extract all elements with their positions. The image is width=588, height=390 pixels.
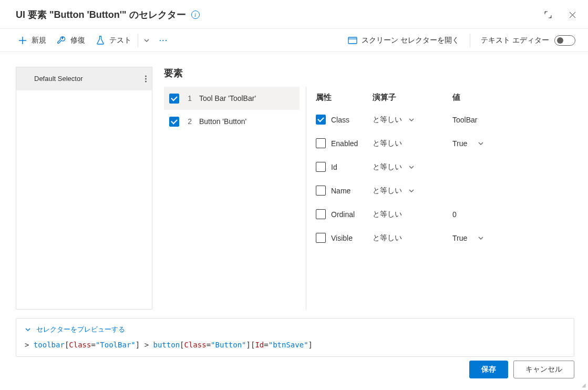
attribute-row: Enabledと等しいTrue xyxy=(313,131,574,155)
attribute-checkbox[interactable] xyxy=(316,186,326,196)
attribute-value[interactable]: True xyxy=(452,234,467,242)
element-label: Button 'Button' xyxy=(199,117,246,126)
attribute-value[interactable]: 0 xyxy=(452,210,457,219)
attribute-value[interactable]: True xyxy=(452,139,467,148)
attr-head-name: 属性 xyxy=(316,93,373,102)
toolbar-dropdown[interactable] xyxy=(139,37,154,44)
attribute-row: Nameと等しい xyxy=(313,179,574,202)
attributes-panel: 属性 演算子 値 Classと等しいToolBarEnabledと等しいTrue… xyxy=(306,87,574,310)
element-number: 2 xyxy=(187,117,192,126)
attribute-operator[interactable]: と等しい xyxy=(373,115,402,125)
preview-toggle[interactable]: セレクターをプレビューする xyxy=(25,325,565,334)
attribute-checkbox[interactable] xyxy=(316,138,326,148)
attribute-checkbox[interactable] xyxy=(316,233,326,243)
attribute-name: Enabled xyxy=(331,139,358,148)
attribute-checkbox[interactable] xyxy=(316,115,326,125)
screen-icon xyxy=(348,36,357,45)
selector-item[interactable]: Default Selector xyxy=(16,67,152,90)
screen-selector-button[interactable]: スクリーン セレクターを開く xyxy=(348,29,459,52)
element-label: Tool Bar 'ToolBar' xyxy=(199,94,256,102)
attribute-checkbox[interactable] xyxy=(316,162,326,172)
attribute-name: Visible xyxy=(331,234,353,242)
attribute-operator[interactable]: と等しい xyxy=(373,139,402,148)
flask-icon xyxy=(96,36,105,45)
chevron-down-icon[interactable] xyxy=(478,235,484,241)
attribute-name: Id xyxy=(331,163,337,171)
close-icon[interactable] xyxy=(568,11,576,19)
chevron-down-icon[interactable] xyxy=(408,164,415,170)
separator xyxy=(470,34,470,47)
preview-code: > toolbar[Class="ToolBar"] > button[Clas… xyxy=(25,341,565,349)
attribute-name: Class xyxy=(331,116,349,124)
repair-button[interactable]: 修復 xyxy=(51,29,90,52)
attribute-row: Visibleと等しいTrue xyxy=(313,226,574,250)
selector-item-more-icon[interactable] xyxy=(145,75,147,82)
attr-head-val: 値 xyxy=(452,93,460,102)
plus-icon xyxy=(18,36,27,45)
element-row[interactable]: 2Button 'Button' xyxy=(164,110,300,133)
elements-title: 要素 xyxy=(164,67,574,79)
attribute-checkbox[interactable] xyxy=(316,209,326,219)
preview-label: セレクターをプレビューする xyxy=(36,325,125,334)
attr-head-op: 演算子 xyxy=(373,93,452,102)
selector-list: Default Selector xyxy=(16,67,152,310)
element-checkbox[interactable] xyxy=(169,94,179,104)
wrench-icon xyxy=(57,36,66,45)
chevron-down-icon[interactable] xyxy=(408,117,415,123)
screen-selector-label: スクリーン セレクターを開く xyxy=(362,36,459,45)
attribute-operator[interactable]: と等しい xyxy=(373,233,402,243)
dialog-title: UI 要素 "Button 'Button'" のセレクター xyxy=(16,8,186,21)
save-button[interactable]: 保存 xyxy=(469,361,508,378)
text-editor-label: テキスト エディター xyxy=(481,36,549,45)
separator xyxy=(138,34,138,47)
more-button[interactable]: ··· xyxy=(154,36,173,44)
test-label: テスト xyxy=(109,36,131,45)
selector-item-label: Default Selector xyxy=(34,75,83,83)
info-icon[interactable]: i xyxy=(191,11,200,19)
attribute-value[interactable]: ToolBar xyxy=(452,116,477,124)
preview-panel: セレクターをプレビューする > toolbar[Class="ToolBar"]… xyxy=(16,318,574,357)
attribute-row: Idと等しい xyxy=(313,155,574,179)
cancel-button[interactable]: キャンセル xyxy=(513,361,574,378)
attribute-operator[interactable]: と等しい xyxy=(373,162,402,172)
new-button[interactable]: 新規 xyxy=(13,29,51,52)
attribute-row: Classと等しいToolBar xyxy=(313,108,574,131)
attribute-name: Ordinal xyxy=(331,210,355,219)
element-number: 1 xyxy=(187,94,192,102)
attribute-operator[interactable]: と等しい xyxy=(373,186,402,196)
chevron-down-icon[interactable] xyxy=(408,188,415,194)
attribute-name: Name xyxy=(331,187,350,195)
elements-list: 1Tool Bar 'ToolBar'2Button 'Button' xyxy=(164,87,300,310)
attribute-row: Ordinalと等しい0 xyxy=(313,202,574,226)
attribute-operator[interactable]: と等しい xyxy=(373,210,402,219)
svg-rect-0 xyxy=(348,37,357,44)
resize-handle[interactable]: ◢ xyxy=(582,382,586,388)
element-checkbox[interactable] xyxy=(169,117,179,127)
expand-icon[interactable] xyxy=(544,11,552,19)
element-row[interactable]: 1Tool Bar 'ToolBar' xyxy=(164,87,300,110)
chevron-down-icon[interactable] xyxy=(478,140,484,147)
repair-label: 修復 xyxy=(70,36,85,45)
new-label: 新規 xyxy=(32,36,46,45)
test-button[interactable]: テスト xyxy=(90,29,137,52)
text-editor-toggle[interactable] xyxy=(554,35,575,46)
